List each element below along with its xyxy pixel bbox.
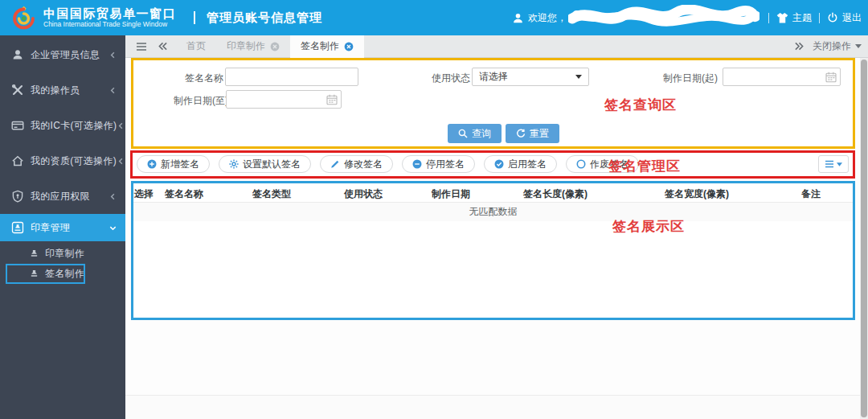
search-button[interactable]: 查询: [448, 124, 502, 143]
reset-button[interactable]: 重置: [506, 124, 559, 143]
annotation-box-management-area: 新增签名 设置默认签名 修改签名 停用签名 启用签名: [130, 150, 855, 179]
page-title-text: 管理员账号信息管理: [207, 10, 322, 26]
toolbar-button-label: 停用签名: [426, 158, 465, 171]
column-header-signature-name: 签名名称: [165, 187, 203, 201]
enable-signature-button[interactable]: 启用签名: [484, 155, 557, 173]
date-from-input[interactable]: [723, 68, 841, 86]
stamp-icon: [11, 221, 24, 234]
brand: 中国国际贸易单一窗口 China International Trade Sin…: [43, 6, 176, 29]
welcome-text: 欢迎您，: [528, 11, 567, 25]
redaction-scribble: [568, 5, 760, 31]
usage-status-select[interactable]: 请选择: [472, 68, 589, 86]
tabs: 首页 印章制作 签名制作: [176, 35, 364, 58]
chevron-left-icon: [108, 51, 117, 60]
ic-card-icon: [11, 119, 24, 132]
chevron-left-icon: [108, 86, 117, 95]
title-divider: [194, 11, 195, 24]
annotation-box-display-area: 选择 签名名称 签名类型 使用状态 制作日期 签名长度(像素) 签名宽度(像素)…: [131, 181, 855, 320]
tab-signature-create[interactable]: 签名制作: [290, 35, 364, 58]
tab-seal-create[interactable]: 印章制作: [216, 35, 290, 58]
chevron-down-icon: [108, 224, 117, 232]
modify-signature-button[interactable]: 修改签名: [320, 155, 393, 173]
sidebar-item-my-operators[interactable]: 我的操作员: [0, 72, 125, 108]
tab-label: 印章制作: [227, 39, 265, 53]
tab-label: 首页: [186, 39, 206, 53]
date-from-label: 制作日期(起): [663, 72, 718, 85]
column-header-signature-width: 签名宽度(像素): [665, 187, 729, 201]
sidebar-item-my-qualifications[interactable]: 我的资质(可选操作): [0, 143, 125, 179]
vertical-scrollbar[interactable]: [860, 58, 868, 419]
scroll-tabs-left-icon[interactable]: [158, 42, 168, 51]
sidebar-subitem-label: 印章制作: [45, 247, 125, 261]
column-header-signature-type: 签名类型: [252, 187, 291, 201]
logout-button[interactable]: 退出: [842, 11, 862, 25]
header-right: 欢迎您， 主题 退出: [512, 5, 868, 31]
power-icon: [827, 12, 838, 23]
plus-circle-icon: [147, 159, 157, 169]
close-icon[interactable]: [270, 42, 280, 51]
sidebar-item-label: 我的IC卡(可选操作): [31, 119, 117, 133]
seal-icon: [29, 249, 39, 259]
theme-shirt-icon: [776, 12, 788, 24]
sidebar-item-my-ic-card[interactable]: 我的IC卡(可选操作): [0, 108, 125, 143]
screen: 中国国际贸易单一窗口 China International Trade Sin…: [0, 0, 868, 419]
disable-signature-button[interactable]: 停用签名: [402, 155, 475, 173]
brand-title: 中国国际贸易单一窗口: [43, 6, 176, 20]
chevron-left-icon: [108, 192, 117, 201]
scroll-tabs-right-icon[interactable]: [794, 42, 805, 51]
usage-status-label: 使用状态: [432, 72, 470, 85]
caret-down-icon: [837, 162, 842, 166]
close-operations-dropdown[interactable]: 关闭操作: [805, 39, 868, 53]
sidebar-item-label: 我的操作员: [31, 84, 108, 97]
sidebar-item-label: 企业管理员信息: [31, 48, 108, 62]
theme-button[interactable]: 主题: [792, 11, 812, 25]
toolbar-button-label: 设置默认签名: [243, 158, 301, 171]
header-divider: [768, 13, 769, 23]
select-value: 请选择: [479, 70, 508, 84]
sidebar-item-enterprise-admin-info[interactable]: 企业管理员信息: [0, 37, 125, 72]
column-settings-button[interactable]: [818, 155, 849, 173]
annotation-query-area-label: 签名查询区: [604, 96, 677, 114]
signature-name-input[interactable]: [225, 68, 358, 86]
column-header-select: 选择: [134, 187, 154, 201]
caret-down-icon: [855, 44, 862, 48]
check-circle-icon: [494, 159, 504, 169]
sidebar-item-my-app-permissions[interactable]: 我的应用权限: [0, 179, 125, 214]
close-icon[interactable]: [344, 42, 354, 51]
reset-button-label: 重置: [530, 127, 549, 141]
toolbar-button-label: 修改签名: [344, 158, 383, 171]
sidebar-item-label: 我的资质(可选操作): [31, 154, 117, 168]
sidebar-submenu: 印章制作 签名制作: [0, 241, 125, 284]
user-icon: [11, 48, 24, 61]
brand-subtitle: China International Trade Single Window: [43, 20, 176, 29]
calendar-icon: [326, 94, 338, 105]
chevron-left-icon: [117, 121, 125, 130]
date-to-input[interactable]: [226, 90, 342, 109]
menu-icon[interactable]: [136, 42, 147, 51]
signature-name-label: 签名名称: [185, 72, 223, 85]
tools-icon: [11, 84, 24, 97]
signature-toolbar: 新增签名 设置默认签名 修改签名 停用签名 启用签名: [137, 155, 639, 173]
home-icon: [11, 154, 24, 167]
close-operations-label: 关闭操作: [813, 39, 851, 53]
search-icon: [458, 129, 468, 138]
scrollbar-thumb[interactable]: [861, 60, 867, 417]
chevron-left-icon: [117, 157, 125, 166]
add-signature-button[interactable]: 新增签名: [137, 155, 210, 173]
caret-down-icon: [575, 75, 582, 79]
column-header-signature-length: 签名长度(像素): [523, 187, 588, 201]
shield-pin-icon: [11, 190, 24, 203]
annotation-management-area-label: 签名管理区: [608, 157, 681, 175]
panel-footer: [125, 395, 860, 419]
minus-circle-icon: [412, 159, 422, 169]
set-default-signature-button[interactable]: 设置默认签名: [219, 155, 311, 173]
main-content: 签名名称 使用状态 请选择 制作日期(起) 制作日期(至) 签名查询区 查询: [125, 58, 860, 419]
sidebar-subitem-seal-create[interactable]: 印章制作: [0, 244, 125, 264]
tab-home[interactable]: 首页: [176, 35, 216, 58]
sidebar-item-seal-management[interactable]: 印章管理: [0, 214, 125, 241]
table-header: 选择 签名名称 签名类型 使用状态 制作日期 签名长度(像素) 签名宽度(像素)…: [133, 183, 853, 203]
toolbar-button-label: 启用签名: [508, 158, 547, 171]
date-to-label: 制作日期(至): [174, 94, 228, 108]
list-icon: [825, 159, 834, 169]
sidebar-subitem-signature-create[interactable]: 签名制作: [0, 264, 125, 284]
